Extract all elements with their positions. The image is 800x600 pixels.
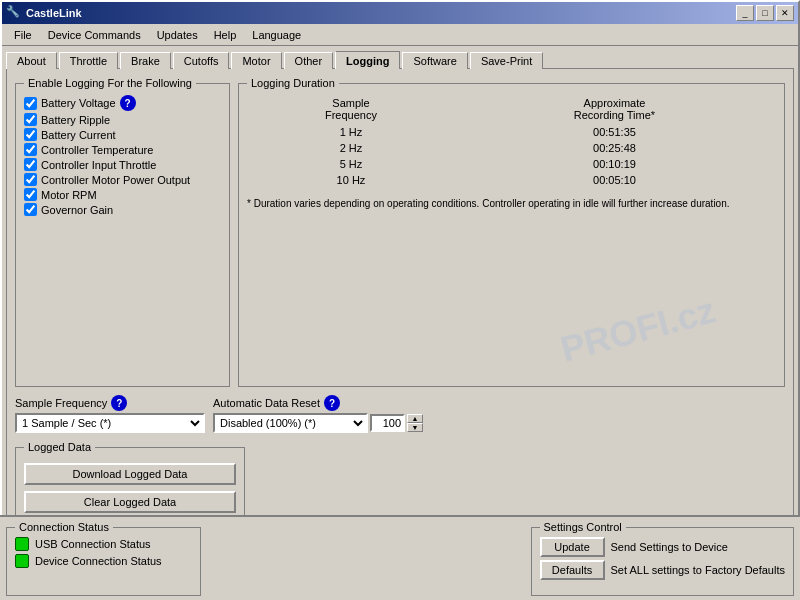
menu-help[interactable]: Help [206,27,245,43]
checkbox-battery-voltage[interactable] [24,97,37,110]
sample-freq-select-wrapper: 1 Sample / Sec (*) 2 Samples / Sec 5 Sam… [15,413,205,433]
menu-updates[interactable]: Updates [149,27,206,43]
tab-other[interactable]: Other [284,52,334,69]
duration-time-1hz: 00:51:35 [455,125,774,139]
title-bar-buttons: _ □ ✕ [736,5,794,21]
label-battery-voltage: Battery Voltage [41,97,116,109]
auto-reset-input-wrapper: Disabled (100%) (*) ▲ ▼ [213,413,423,433]
menu-device-commands[interactable]: Device Commands [40,27,149,43]
label-battery-current: Battery Current [41,129,116,141]
logged-data-legend: Logged Data [24,441,95,453]
tab-motor[interactable]: Motor [231,52,281,69]
checkbox-controller-temp[interactable] [24,143,37,156]
table-row: 1 Hz 00:51:35 [249,125,774,139]
checkbox-governor-gain[interactable] [24,203,37,216]
tab-about[interactable]: About [6,52,57,69]
bottom-controls-row: Sample Frequency ? 1 Sample / Sec (*) 2 … [15,395,785,433]
checkbox-row-battery-current: Battery Current [24,128,221,141]
connection-status-fieldset: Connection Status USB Connection Status … [6,521,201,596]
duration-freq-1hz: 1 Hz [249,125,453,139]
checkbox-row-motor-rpm: Motor RPM [24,188,221,201]
minimize-button[interactable]: _ [736,5,754,21]
checkbox-row-battery-voltage: Battery Voltage ? [24,95,221,111]
title-bar: 🔧 CastleLink _ □ ✕ [2,2,798,24]
duration-freq-10hz: 10 Hz [249,173,453,187]
usb-status-led [15,537,29,551]
tab-save-print[interactable]: Save-Print [470,52,543,69]
logging-duration-fieldset: Logging Duration SampleFrequency Approxi… [238,77,785,387]
settings-defaults-row: Defaults Set ALL settings to Factory Def… [540,560,785,580]
table-row: 2 Hz 00:25:48 [249,141,774,155]
label-controller-temp: Controller Temperature [41,144,153,156]
label-motor-rpm: Motor RPM [41,189,97,201]
maximize-button[interactable]: □ [756,5,774,21]
help-icon-logging[interactable]: ? [120,95,136,111]
tab-bar: About Throttle Brake Cutoffs Motor Other… [2,46,798,68]
auto-reset-label: Automatic Data Reset [213,397,320,409]
download-logged-data-button[interactable]: Download Logged Data [24,463,236,485]
tab-software[interactable]: Software [402,52,467,69]
auto-reset-spinner-input[interactable] [370,414,405,432]
checkbox-row-controller-input-throttle: Controller Input Throttle [24,158,221,171]
auto-reset-select[interactable]: Disabled (100%) (*) [213,413,368,433]
duration-note: * Duration varies depending on operating… [247,197,776,211]
checkbox-row-controller-temp: Controller Temperature [24,143,221,156]
checkbox-controller-input-throttle[interactable] [24,158,37,171]
duration-table: SampleFrequency ApproximateRecording Tim… [247,95,776,189]
logged-data-fieldset: Logged Data Download Logged Data Clear L… [15,441,245,524]
menu-file[interactable]: File [6,27,40,43]
label-governor-gain: Governor Gain [41,204,113,216]
checkbox-row-governor-gain: Governor Gain [24,203,221,216]
logging-duration-legend: Logging Duration [247,77,339,89]
sample-frequency-group: Sample Frequency ? 1 Sample / Sec (*) 2 … [15,395,205,433]
duration-col-freq: SampleFrequency [249,97,453,123]
window-title: CastleLink [26,7,736,19]
auto-reset-label-row: Automatic Data Reset ? [213,395,423,411]
tab-brake[interactable]: Brake [120,52,171,69]
close-button[interactable]: ✕ [776,5,794,21]
help-icon-sample-freq[interactable]: ? [111,395,127,411]
device-status-label: Device Connection Status [35,555,162,567]
checkbox-motor-rpm[interactable] [24,188,37,201]
spinner-up-button[interactable]: ▲ [407,414,423,423]
table-row: 5 Hz 00:10:19 [249,157,774,171]
update-desc: Send Settings to Device [611,541,728,553]
menu-language[interactable]: Language [244,27,309,43]
duration-time-2hz: 00:25:48 [455,141,774,155]
label-controller-input-throttle: Controller Input Throttle [41,159,156,171]
defaults-button[interactable]: Defaults [540,560,605,580]
update-button[interactable]: Update [540,537,605,557]
spinner-down-button[interactable]: ▼ [407,423,423,432]
help-icon-auto-reset[interactable]: ? [324,395,340,411]
label-controller-motor-power: Controller Motor Power Output [41,174,190,186]
device-status-led [15,554,29,568]
settings-control-fieldset: Settings Control Update Send Settings to… [531,521,794,596]
main-window: 🔧 CastleLink _ □ ✕ File Device Commands … [0,0,800,600]
clear-logged-data-button[interactable]: Clear Logged Data [24,491,236,513]
checkbox-battery-current[interactable] [24,128,37,141]
sample-freq-label: Sample Frequency [15,397,107,409]
sample-freq-select[interactable]: 1 Sample / Sec (*) 2 Samples / Sec 5 Sam… [15,413,205,433]
sample-freq-label-row: Sample Frequency ? [15,395,205,411]
status-bar: Connection Status USB Connection Status … [0,515,800,600]
watermark: PROFI.cz [556,289,720,370]
checkbox-row-controller-motor-power: Controller Motor Power Output [24,173,221,186]
connection-status-title: Connection Status [15,521,113,533]
tab-cutoffs[interactable]: Cutoffs [173,52,230,69]
duration-freq-2hz: 2 Hz [249,141,453,155]
content-area: Enable Logging For the Following Battery… [15,77,785,387]
tab-throttle[interactable]: Throttle [59,52,118,69]
duration-time-5hz: 00:10:19 [455,157,774,171]
usb-status-label: USB Connection Status [35,538,151,550]
settings-update-row: Update Send Settings to Device [540,537,785,557]
spinner-buttons: ▲ ▼ [407,414,423,432]
logging-options-fieldset: Enable Logging For the Following Battery… [15,77,230,387]
table-row: 10 Hz 00:05:10 [249,173,774,187]
checkbox-row-battery-ripple: Battery Ripple [24,113,221,126]
usb-status-row: USB Connection Status [15,537,192,551]
checkbox-controller-motor-power[interactable] [24,173,37,186]
checkbox-battery-ripple[interactable] [24,113,37,126]
tab-logging[interactable]: Logging [335,51,400,69]
menu-bar: File Device Commands Updates Help Langua… [2,24,798,46]
device-status-row: Device Connection Status [15,554,192,568]
